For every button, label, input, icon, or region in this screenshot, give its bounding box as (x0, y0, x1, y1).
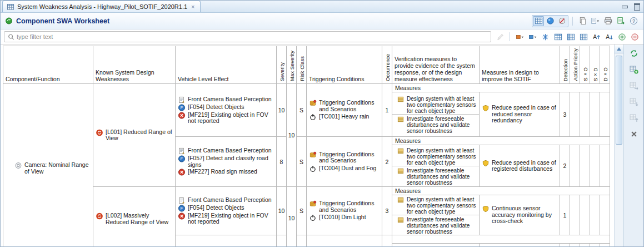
font-increase-icon[interactable]: A (591, 32, 602, 42)
component-cell[interactable]: Camera: Nominal Range of View (3, 84, 93, 247)
detection-cell[interactable] (560, 244, 570, 247)
effect-cell[interactable]: Front Camera Based Perception F [F054] D… (176, 235, 277, 247)
sxo-rating-cell (580, 92, 590, 137)
triggering-cell[interactable]: Triggering Conditions and Scenarios [TC0… (307, 137, 382, 187)
filter-input[interactable] (17, 33, 488, 40)
side-toolbar (623, 45, 643, 246)
sync-selection-button[interactable] (627, 47, 641, 60)
col-action-priority: Action Priority (570, 46, 580, 84)
triggering-cell[interactable] (307, 235, 382, 247)
max-severity-cell[interactable]: 10 (287, 84, 297, 187)
occurrence-cell[interactable]: 3 (382, 187, 392, 235)
table-view-1-icon[interactable] (552, 32, 563, 42)
table-header-row: Component/Function Known System Design W… (3, 46, 610, 84)
suppress-highlight-button[interactable] (556, 16, 567, 26)
col-verification-measures: Verification measures to provide evidenc… (392, 46, 480, 84)
verification-measure-icon (397, 167, 405, 175)
verification-cell[interactable]: Design system with at least two compleme… (392, 92, 480, 137)
malfunction-icon (178, 112, 186, 119)
triggering-cell[interactable]: Triggering Conditions and Scenarios [TC0… (307, 187, 382, 235)
measures-group-header: Measures (392, 137, 610, 145)
design-measure-cell[interactable]: Continuous sensor accuracy monitoring by… (480, 195, 560, 235)
editor-tab[interactable]: System Weakness Analysis - Highway_Pilot… (2, 1, 201, 12)
measures-group-header: Measures (392, 187, 610, 195)
risk-class-cell[interactable]: S (297, 187, 307, 235)
tab-close-icon[interactable]: × (190, 3, 196, 10)
vertical-scrollbar[interactable] (614, 45, 623, 246)
application-window: System Weakness Analysis - Highway_Pilot… (0, 0, 644, 247)
col-known-weaknesses: Known System Design Weaknesses (93, 46, 176, 84)
detection-cell[interactable]: 1 (560, 195, 570, 235)
copy-row-button[interactable] (627, 112, 641, 124)
triggering-cell[interactable]: Triggering Conditions and Scenarios [TC0… (307, 84, 382, 137)
effect-cell[interactable]: Front Camera Based Perception F [F057] D… (176, 137, 277, 187)
severity-cell[interactable]: 10 (277, 187, 287, 235)
risk-class-cell[interactable] (297, 235, 307, 247)
filter-toolbar: A A (495, 32, 640, 42)
minimize-icon[interactable] (621, 2, 628, 10)
maximize-icon[interactable] (633, 2, 641, 10)
detection-cell[interactable]: 3 (560, 92, 570, 137)
action-priority-cell: L (570, 92, 580, 137)
detection-cell[interactable]: 2 (560, 145, 570, 187)
scroll-up-icon[interactable] (615, 45, 623, 53)
verification-measure-icon (397, 147, 405, 155)
risk-class-cell[interactable]: S (297, 84, 307, 137)
scrollbar-thumb[interactable] (616, 56, 622, 145)
severity-cell[interactable]: 10 (277, 84, 287, 137)
layout-grid-button[interactable] (533, 16, 544, 26)
delete-button[interactable] (627, 128, 641, 140)
sxd-rating-cell (590, 195, 600, 235)
font-decrease-icon[interactable]: A (603, 32, 615, 42)
collapse-all-icon[interactable] (629, 32, 640, 42)
svg-text:F: F (181, 156, 183, 161)
table-area: Component/Function Known System Design W… (1, 45, 614, 246)
severity-cell[interactable]: 8 (277, 137, 287, 187)
component-name: Camera: Nominal Range of View (24, 162, 91, 175)
occurrence-cell[interactable]: 2 (382, 137, 392, 187)
verification-measure-icon (397, 196, 405, 204)
dxo-rating-cell (600, 92, 610, 137)
swa-table: Component/Function Known System Design W… (3, 46, 610, 246)
add-row-button[interactable] (627, 63, 641, 76)
table-menu-button[interactable] (590, 16, 601, 26)
scenario-icon (309, 113, 317, 121)
copy-button[interactable] (577, 16, 588, 26)
highlight-button[interactable] (545, 16, 556, 26)
effect-cell[interactable]: Front Camera Based Perception F [F054] D… (176, 187, 277, 235)
flag-dropdown-icon[interactable] (527, 32, 538, 42)
marker-dropdown-icon[interactable] (514, 32, 525, 42)
table-view-3-icon[interactable] (578, 32, 589, 42)
export-button[interactable] (615, 16, 626, 26)
col-severity: Severity (277, 46, 287, 84)
help-icon[interactable]: ? (628, 16, 639, 26)
dxo-rating-cell (600, 195, 610, 235)
verification-cell[interactable] (392, 244, 480, 247)
print-button[interactable] (602, 16, 613, 26)
insert-row-button[interactable] (627, 80, 641, 92)
edit-filter-icon[interactable] (495, 32, 506, 42)
scenario-icon (309, 214, 317, 221)
design-measure-cell[interactable]: Reduce speed in case of registered distu… (480, 145, 560, 187)
weakness-cell[interactable]: [L001] Reduced Range of View (93, 84, 176, 187)
col-sxo: S×O (580, 46, 590, 84)
design-measure-cell[interactable] (480, 244, 560, 247)
verification-cell[interactable]: Design system with at least two compleme… (392, 195, 480, 235)
verification-cell[interactable]: Design system with at least two compleme… (392, 145, 480, 187)
function-icon: F (178, 205, 186, 212)
table-row: Camera: Nominal Range of View [L001] Red… (3, 84, 610, 92)
severity-cell[interactable] (277, 235, 287, 247)
risk-class-cell[interactable]: S (297, 137, 307, 187)
auto-adjust-icon[interactable] (540, 32, 551, 42)
design-measure-cell[interactable]: Reduce speed in case of reduced sensor r… (480, 92, 560, 137)
occurrence-cell[interactable] (382, 235, 392, 247)
table-view-2-icon[interactable] (565, 32, 576, 42)
weakness-cell[interactable]: [L002] Massively Reduced Range of View (93, 187, 176, 247)
col-risk-class: Risk Class (297, 46, 307, 84)
occurrence-cell[interactable]: 1 (382, 84, 392, 137)
move-row-button[interactable] (627, 96, 641, 108)
expand-all-icon[interactable] (616, 32, 627, 42)
max-severity-cell[interactable]: 10 (287, 187, 297, 247)
effect-cell[interactable]: Front Camera Based Perception F [F054] D… (176, 84, 277, 137)
col-occurrence: Occurrence (382, 46, 392, 84)
